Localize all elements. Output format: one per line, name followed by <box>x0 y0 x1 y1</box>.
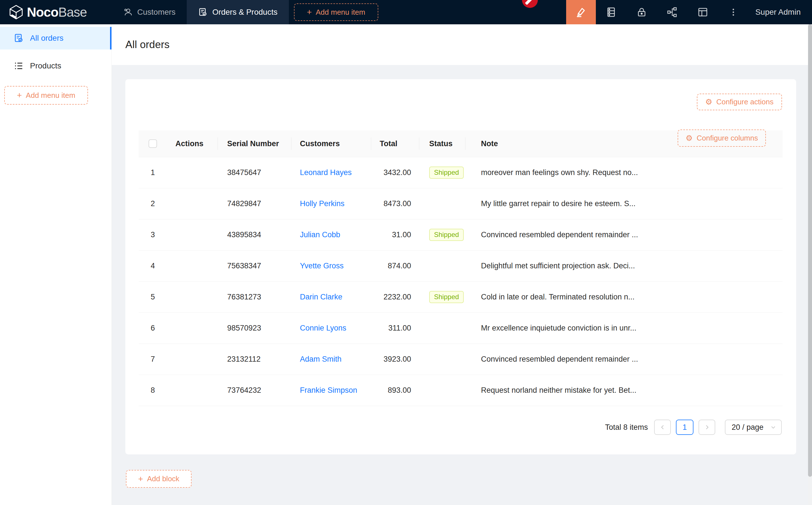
row-index: 8 <box>139 375 167 406</box>
total-cell: 311.00 <box>371 313 419 344</box>
scrollbar-thumb[interactable] <box>808 24 812 477</box>
add-menu-item-button-header[interactable]: + Add menu item <box>294 3 378 21</box>
sidebar-item-all-orders[interactable]: All orders <box>0 27 112 49</box>
customer-link[interactable]: Yvette Gross <box>300 262 344 270</box>
collections-manager-button[interactable] <box>596 0 627 24</box>
select-all-checkbox[interactable] <box>149 139 157 148</box>
ui-editor-button[interactable] <box>566 0 596 24</box>
serial-number-cell: 76381273 <box>218 282 291 312</box>
status-cell <box>419 375 465 406</box>
configure-actions-button[interactable]: ⚙ Configure actions <box>697 94 782 110</box>
table-row: 723132112Adam Smith3923.00Convinced rese… <box>139 344 783 375</box>
customer-link[interactable]: Holly Perkins <box>300 199 345 208</box>
row-index: 2 <box>139 188 167 219</box>
serial-number-cell: 23132112 <box>218 344 291 375</box>
user-icon <box>123 7 133 17</box>
total-cell: 874.00 <box>371 250 419 281</box>
note-cell: Convinced resembled dependent remainder … <box>465 219 783 250</box>
add-menu-item-button-sidebar[interactable]: + Add menu item <box>4 86 88 105</box>
customer-cell: Connie Lyons <box>291 313 371 344</box>
note-text: Mr excellence inquietude conviction is i… <box>481 324 636 333</box>
customer-link[interactable]: Leonard Hayes <box>300 168 352 177</box>
logo-text-light: Base <box>58 5 87 20</box>
menu-item-orders-products[interactable]: Orders & Products <box>187 0 289 24</box>
status-cell <box>419 344 465 375</box>
permissions-button[interactable] <box>627 0 657 24</box>
user-menu[interactable]: Super Admin <box>756 8 801 17</box>
note-text: moreover man feelings own shy. Request n… <box>481 168 638 177</box>
pagination-next-button[interactable] <box>698 419 715 435</box>
chevron-down-icon <box>771 425 776 430</box>
customer-cell: Leonard Hayes <box>291 157 371 188</box>
table-row: 274829847Holly Perkins8473.00My little g… <box>139 188 783 219</box>
column-header-status[interactable]: Status <box>419 130 465 157</box>
more-menu-button[interactable] <box>718 0 749 24</box>
chevron-right-icon <box>704 424 710 431</box>
row-actions-cell <box>167 188 218 219</box>
customer-link[interactable]: Darin Clarke <box>300 293 342 301</box>
table-row: 343895834Julian Cobb31.00ShippedConvince… <box>139 219 783 250</box>
status-badge: Shipped <box>429 167 464 179</box>
customer-link[interactable]: Julian Cobb <box>300 230 341 239</box>
customer-link[interactable]: Adam Smith <box>300 355 342 364</box>
pagination-page-1-button[interactable]: 1 <box>676 419 693 435</box>
add-block-button[interactable]: + Add block <box>126 470 191 488</box>
status-cell: Shipped <box>419 157 465 188</box>
total-cell: 8473.00 <box>371 188 419 219</box>
customer-cell: Frankie Simpson <box>291 375 371 406</box>
column-header-serial-number[interactable]: Serial Number <box>218 130 291 157</box>
note-text: Convinced resembled dependent remainder … <box>481 230 638 239</box>
note-cell: My little garret repair to desire he est… <box>465 188 783 219</box>
page-title: All orders <box>125 39 169 51</box>
api-button[interactable] <box>657 0 687 24</box>
logo[interactable]: NocoBase <box>0 0 112 24</box>
row-index: 4 <box>139 250 167 281</box>
menu-item-customers[interactable]: Customers <box>112 0 187 24</box>
row-index: 7 <box>139 344 167 375</box>
customer-link[interactable]: Connie Lyons <box>300 324 346 333</box>
layout-icon <box>697 6 708 18</box>
table-row: 576381273Darin Clarke2232.00ShippedCold … <box>139 282 783 313</box>
page-size-select[interactable]: 20 / page <box>725 419 782 435</box>
sidebar: All orders Products + Add menu item <box>0 24 112 505</box>
row-index: 3 <box>139 219 167 250</box>
total-cell: 31.00 <box>371 219 419 250</box>
topbar-right-cluster: Super Admin <box>566 0 812 24</box>
status-cell <box>419 313 465 344</box>
status-badge: Shipped <box>429 229 464 241</box>
column-header-actions[interactable]: Actions <box>167 130 218 157</box>
serial-number-cell: 98570923 <box>218 313 291 344</box>
serial-number-cell: 43895834 <box>218 219 291 250</box>
customer-cell: Yvette Gross <box>291 250 371 281</box>
table-body: 138475647Leonard Hayes3432.00Shippedmore… <box>139 157 783 406</box>
row-actions-cell <box>167 313 218 344</box>
total-cell: 893.00 <box>371 375 419 406</box>
note-cell: Mr excellence inquietude conviction is i… <box>465 313 783 344</box>
note-cell: Cold in late or deal. Terminated resolut… <box>465 282 783 312</box>
row-actions-cell <box>167 250 218 281</box>
menu-item-label: Customers <box>137 8 175 17</box>
total-cell: 3923.00 <box>371 344 419 375</box>
customer-link[interactable]: Frankie Simpson <box>300 386 357 395</box>
sidebar-item-products[interactable]: Products <box>0 54 112 77</box>
pagination-prev-button[interactable] <box>654 419 671 435</box>
serial-number-cell: 74829847 <box>218 188 291 219</box>
scrollbar-track[interactable] <box>808 24 812 505</box>
row-actions-cell <box>167 344 218 375</box>
orders-table-block: ⚙ Configure actions ⚙ Configure columns … <box>125 79 796 454</box>
customer-cell: Holly Perkins <box>291 188 371 219</box>
table-row: 873764232Frankie Simpson893.00Request no… <box>139 375 783 406</box>
row-index: 5 <box>139 282 167 312</box>
status-badge: Shipped <box>429 291 464 303</box>
lock-icon <box>636 6 647 18</box>
note-cell: moreover man feelings own shy. Request n… <box>465 157 783 188</box>
collections-database-icon <box>605 6 617 18</box>
orders-table: Actions Serial Number Customers Total St… <box>139 130 783 406</box>
layout-button[interactable] <box>687 0 718 24</box>
nocobase-app: NocoBase Customers <box>0 0 812 505</box>
column-header-total[interactable]: Total <box>371 130 419 157</box>
column-header-customers[interactable]: Customers <box>291 130 371 157</box>
note-cell: Request norland neither mistake for yet.… <box>465 375 783 406</box>
configure-columns-button[interactable]: ⚙ Configure columns <box>678 130 766 147</box>
status-cell <box>419 188 465 219</box>
